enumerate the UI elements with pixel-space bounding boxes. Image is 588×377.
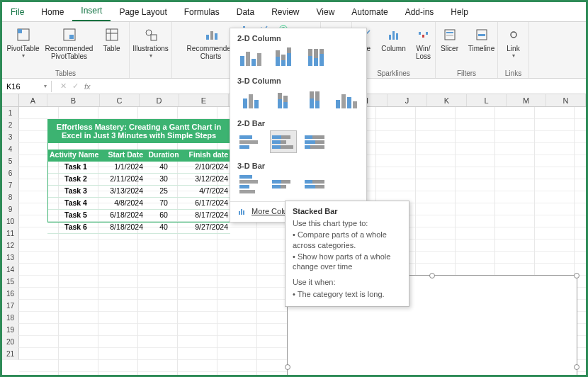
cell-duration[interactable]: 40: [145, 222, 182, 233]
cell-activity[interactable]: Task 4: [47, 198, 104, 209]
row-header[interactable]: 11: [2, 227, 19, 240]
cell-activity[interactable]: Task 1: [47, 162, 104, 173]
link-button[interactable]: Link▾: [501, 23, 526, 59]
row-header[interactable]: 3: [2, 131, 19, 143]
row-header[interactable]: 2: [2, 119, 19, 131]
name-box[interactable]: K16▾: [2, 81, 52, 92]
3d-stacked-bar-option[interactable]: [270, 173, 297, 196]
row-header[interactable]: 16: [2, 288, 19, 300]
cell-start[interactable]: 4/8/2024: [104, 198, 145, 209]
col-header-a[interactable]: A: [19, 94, 47, 106]
recommended-pivottables-button[interactable]: Recommended PivotTables: [43, 23, 96, 60]
th-duration[interactable]: Duration: [145, 150, 182, 162]
resize-handle[interactable]: [285, 364, 290, 370]
col-header-b[interactable]: B: [47, 94, 100, 106]
table-row[interactable]: Task 56/18/2024608/17/2024: [47, 210, 230, 222]
row-header[interactable]: 9: [2, 203, 19, 215]
stacked-column-100-option[interactable]: [303, 45, 329, 68]
row-header[interactable]: 5: [2, 155, 19, 167]
table-row[interactable]: Task 44/8/2024706/17/2024: [47, 198, 230, 210]
cell-finish[interactable]: 3/12/2024: [182, 174, 230, 185]
tab-file[interactable]: File: [2, 4, 33, 21]
row-header[interactable]: 6: [2, 167, 19, 179]
tab-addins[interactable]: Add-ins: [397, 4, 443, 21]
cell-finish[interactable]: 8/17/2024: [182, 210, 230, 221]
table-button[interactable]: Table: [98, 23, 125, 52]
timeline-button[interactable]: Timeline: [466, 23, 497, 52]
cell-activity[interactable]: Task 5: [47, 210, 104, 221]
row-header[interactable]: 17: [2, 300, 19, 312]
cell-start[interactable]: 6/18/2024: [104, 210, 145, 221]
clustered-column-option[interactable]: [237, 45, 264, 68]
3d-stacked-bar-100-option[interactable]: [303, 173, 329, 196]
cell-duration[interactable]: 30: [145, 174, 182, 185]
cell-duration[interactable]: 25: [145, 186, 182, 197]
stacked-bar-option[interactable]: [270, 130, 297, 153]
cell-start[interactable]: 1/1/2024: [104, 162, 145, 173]
cell-start[interactable]: 8/18/2024: [104, 222, 145, 233]
row-header[interactable]: 1: [2, 107, 19, 119]
row-header[interactable]: 20: [2, 336, 19, 348]
tab-home[interactable]: Home: [33, 4, 72, 21]
table-row[interactable]: Task 33/13/2024254/7/2024: [47, 186, 230, 198]
col-header-j[interactable]: J: [388, 94, 427, 106]
resize-handle[interactable]: [574, 273, 579, 278]
cell-activity[interactable]: Task 6: [47, 222, 104, 233]
stacked-column-option[interactable]: [270, 45, 297, 68]
tab-view[interactable]: View: [308, 4, 344, 21]
col-header-e[interactable]: E: [179, 94, 229, 106]
col-header-l[interactable]: L: [467, 94, 507, 106]
clustered-bar-option[interactable]: [237, 130, 264, 153]
cell-activity[interactable]: Task 3: [47, 186, 104, 197]
tab-help[interactable]: Help: [442, 4, 477, 21]
3d-stacked-column-100-option[interactable]: [301, 88, 327, 111]
col-header-d[interactable]: D: [140, 94, 179, 106]
tab-formulas[interactable]: Formulas: [176, 4, 228, 21]
select-all-corner[interactable]: [2, 94, 19, 106]
cell-start[interactable]: 3/13/2024: [104, 186, 145, 197]
illustrations-button[interactable]: Illustrations▾: [131, 23, 171, 59]
row-header[interactable]: 21: [2, 348, 19, 360]
tab-data[interactable]: Data: [228, 4, 263, 21]
sparkline-winloss-button[interactable]: Win/ Loss: [412, 23, 436, 60]
row-header[interactable]: 4: [2, 143, 19, 155]
row-header[interactable]: 18: [2, 312, 19, 324]
row-header[interactable]: 14: [2, 264, 19, 276]
resize-handle[interactable]: [429, 273, 435, 278]
tab-insert[interactable]: Insert: [72, 3, 111, 21]
row-header[interactable]: 13: [2, 252, 19, 264]
cell-finish[interactable]: 4/7/2024: [182, 186, 230, 197]
3d-clustered-bar-option[interactable]: [237, 173, 264, 196]
3d-clustered-column-option[interactable]: [237, 88, 264, 111]
row-header[interactable]: 12: [2, 240, 19, 252]
row-header[interactable]: 10: [2, 215, 19, 227]
row-header[interactable]: 15: [2, 276, 19, 288]
col-header-m[interactable]: M: [507, 94, 546, 106]
title-merged-cell[interactable]: Effortless Mastery: Creating a Gantt Cha…: [47, 119, 230, 143]
resize-handle[interactable]: [574, 364, 579, 370]
row-header[interactable]: 19: [2, 324, 19, 336]
3d-stacked-column-option[interactable]: [269, 88, 295, 111]
slicer-button[interactable]: Slicer: [436, 23, 463, 52]
row-header[interactable]: 8: [2, 191, 19, 203]
col-header-c[interactable]: C: [100, 94, 140, 106]
row-header[interactable]: 7: [2, 179, 19, 191]
cancel-icon[interactable]: ✕: [60, 81, 67, 91]
tab-review[interactable]: Review: [263, 4, 307, 21]
fx-icon[interactable]: fx: [84, 82, 91, 91]
stacked-bar-100-option[interactable]: [303, 130, 329, 153]
col-header-k[interactable]: K: [427, 94, 467, 106]
recommended-charts-button[interactable]: Recommended Charts: [186, 23, 236, 60]
cell-activity[interactable]: Task 2: [47, 174, 104, 185]
cell-duration[interactable]: 70: [145, 198, 182, 209]
th-finish[interactable]: Finish date: [182, 150, 230, 162]
col-header-n[interactable]: N: [546, 94, 586, 106]
3d-column-option[interactable]: [333, 88, 359, 111]
cell-finish[interactable]: 6/17/2024: [182, 198, 230, 209]
tab-automate[interactable]: Automate: [343, 4, 396, 21]
table-row[interactable]: Task 11/1/2024402/10/2024: [47, 162, 230, 174]
enter-icon[interactable]: ✓: [72, 81, 79, 91]
pivottable-button[interactable]: PivotTable▾: [6, 23, 40, 59]
th-activity[interactable]: Activity Name: [47, 150, 104, 162]
cell-finish[interactable]: 9/27/2024: [182, 222, 230, 233]
